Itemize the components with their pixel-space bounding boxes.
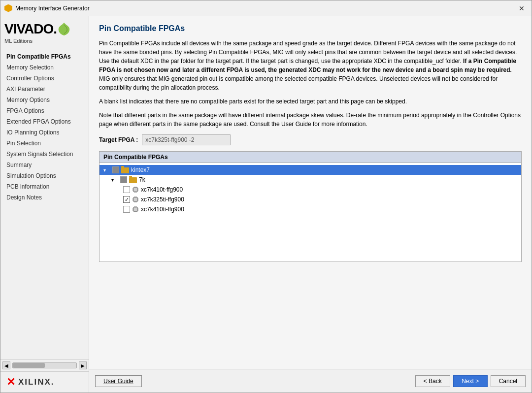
label-xc7k325ti: xc7k325ti-ffg900 — [141, 196, 184, 203]
checkbox-7k[interactable] — [120, 176, 127, 183]
description-para3: Note that different parts in the same pa… — [99, 111, 522, 129]
label-7k: 7k — [139, 176, 145, 183]
sidebar-item-extended-fpga-options[interactable]: Extended FPGA Options — [0, 116, 89, 127]
app-window: Memory Interface Generator ✕ VIVADO. ML … — [0, 0, 532, 393]
label-kintex7: kintex7 — [131, 166, 150, 173]
sidebar-item-controller-options[interactable]: Controller Options — [0, 73, 89, 84]
footer-right: < Back Next > Cancel — [415, 375, 526, 387]
tree-item-kintex7[interactable]: ▾ kintex7 — [100, 165, 521, 175]
tree-item-xc7k410ti[interactable]: xc7k410ti-ffg900 — [100, 204, 521, 214]
sidebar-item-io-planning-options[interactable]: IO Planning Options — [0, 127, 89, 138]
title-bar: Memory Interface Generator ✕ — [0, 0, 532, 16]
svg-rect-29 — [134, 208, 137, 211]
folder-icon-7k — [129, 177, 137, 183]
page-title: Pin Compatible FPGAs — [99, 24, 522, 33]
back-button[interactable]: < Back — [415, 375, 450, 387]
sidebar-item-pin-selection[interactable]: Pin Selection — [0, 138, 89, 149]
next-button[interactable]: Next > — [453, 375, 488, 387]
tree-item-xc7k325ti[interactable]: ✓ — [100, 195, 521, 204]
scroll-track[interactable] — [12, 362, 77, 368]
expand-kintex7-icon[interactable]: ▾ — [103, 167, 110, 173]
label-xc7k410t: xc7k410t-ffg900 — [141, 186, 183, 193]
tree-item-xc7k410t[interactable]: xc7k410t-ffg900 — [100, 185, 521, 195]
vivado-leaf-icon — [57, 22, 71, 36]
fpga-list-section: Pin Compatible FPGAs ▾ kintex7 — [99, 151, 522, 262]
checkbox-xc7k325ti[interactable]: ✓ — [123, 196, 130, 203]
footer-left: User Guide — [95, 375, 142, 387]
scroll-right-arrow[interactable]: ▶ — [79, 361, 87, 369]
title-bar-left: Memory Interface Generator — [4, 4, 90, 12]
chip-icon-xc7k410ti — [132, 206, 139, 213]
sidebar-item-pin-compatible-fpgas[interactable]: Pin Compatible FPGAs — [0, 51, 89, 62]
cancel-button[interactable]: Cancel — [491, 375, 526, 387]
sidebar-item-pcb-information[interactable]: PCB information — [0, 181, 89, 192]
sidebar-item-summary[interactable]: Summary — [0, 160, 89, 170]
label-xc7k410ti: xc7k410ti-ffg900 — [141, 206, 184, 213]
target-fpga-label: Target FPGA : — [99, 136, 138, 143]
checkbox-xc7k410ti[interactable] — [123, 206, 130, 213]
user-guide-button[interactable]: User Guide — [95, 375, 142, 387]
fpga-list-header: Pin Compatible FPGAs — [100, 152, 521, 163]
target-fpga-row: Target FPGA : — [99, 134, 522, 145]
ml-editions-text: ML Editions — [4, 38, 85, 44]
close-button[interactable]: ✕ — [516, 3, 528, 13]
sidebar: VIVADO. ML Editions Pin Compatible FPGAs… — [0, 16, 89, 393]
target-fpga-input[interactable] — [142, 134, 231, 145]
sidebar-item-memory-selection[interactable]: Memory Selection — [0, 62, 89, 73]
svg-rect-1 — [134, 188, 137, 191]
svg-rect-15 — [134, 198, 137, 201]
expand-7k-icon[interactable]: ▾ — [111, 177, 118, 183]
sidebar-item-axi-parameter[interactable]: AXI Parameter — [0, 84, 89, 95]
sidebar-logo: VIVADO. ML Editions — [0, 16, 89, 49]
xilinx-text: XILINX. — [18, 377, 55, 387]
main-content: VIVADO. ML Editions Pin Compatible FPGAs… — [0, 16, 532, 393]
chip-icon-xc7k410t — [132, 186, 139, 193]
scroll-left-arrow[interactable]: ◀ — [2, 361, 10, 369]
xilinx-x-icon: ✕ — [6, 376, 15, 389]
sidebar-item-fpga-options[interactable]: FPGA Options — [0, 105, 89, 116]
chip-icon-xc7k325ti — [132, 196, 139, 203]
app-icon — [4, 4, 12, 12]
sidebar-item-design-notes[interactable]: Design Notes — [0, 192, 89, 203]
description-para1: Pin Compatible FPGAs include all devices… — [99, 39, 522, 92]
sidebar-item-memory-options[interactable]: Memory Options — [0, 95, 89, 105]
scroll-thumb — [13, 363, 45, 368]
sidebar-nav: Pin Compatible FPGAs Memory Selection Co… — [0, 49, 89, 359]
window-title: Memory Interface Generator — [15, 5, 90, 12]
checkbox-kintex7[interactable] — [112, 166, 119, 173]
tree-area: ▾ kintex7 ▾ — [100, 163, 521, 262]
folder-icon-kintex7 — [121, 167, 129, 173]
description-para2: A blank list indicates that there are no… — [99, 97, 522, 106]
xilinx-logo: ✕ XILINX. — [0, 371, 89, 393]
sidebar-item-simulation-options[interactable]: Simulation Options — [0, 170, 89, 181]
tree-item-7k[interactable]: ▾ 7k — [100, 175, 521, 185]
footer: User Guide < Back Next > Cancel — [89, 369, 532, 393]
sidebar-scrollbar: ◀ ▶ — [0, 359, 89, 371]
checkbox-xc7k410t[interactable] — [123, 186, 130, 193]
content-area: Pin Compatible FPGAs Pin Compatible FPGA… — [89, 16, 532, 369]
vivado-logo-text: VIVADO. — [4, 21, 57, 37]
sidebar-item-system-signals-selection[interactable]: System Signals Selection — [0, 149, 89, 160]
right-panel: Pin Compatible FPGAs Pin Compatible FPGA… — [89, 16, 532, 393]
